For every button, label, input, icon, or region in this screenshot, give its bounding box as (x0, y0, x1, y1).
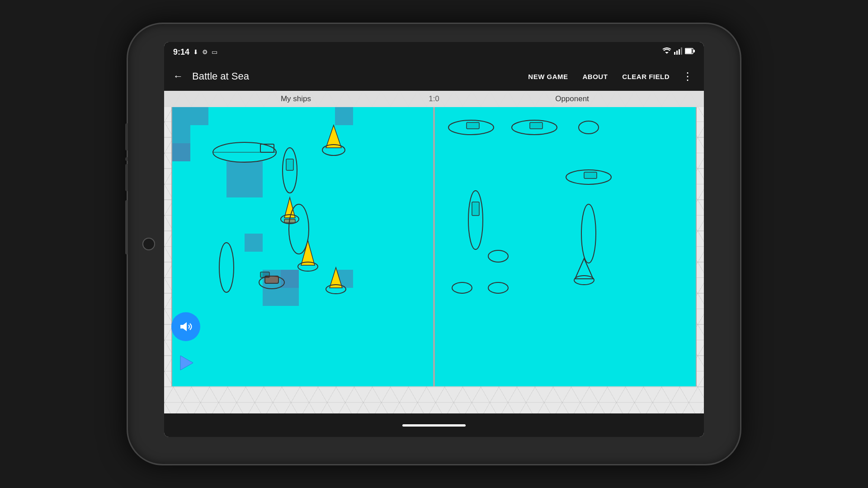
my-ships-board[interactable] (171, 107, 433, 386)
my-ships-svg (172, 107, 433, 386)
data-icon: ⬇ (193, 48, 198, 56)
svg-point-18 (289, 204, 309, 254)
svg-rect-31 (530, 122, 542, 129)
score-display: 1:0 (420, 94, 448, 103)
front-camera (142, 238, 155, 250)
svg-point-37 (581, 204, 596, 263)
navigation-bar (164, 413, 704, 437)
app-bar-actions: NEW GAME ABOUT CLEAR FIELD ⋮ (523, 68, 697, 84)
app-title: Battle at Sea (192, 70, 515, 82)
svg-rect-3 (679, 49, 680, 55)
opponent-board[interactable] (435, 107, 697, 386)
svg-rect-1 (674, 52, 675, 55)
game-area: My ships 1:0 Opponent (164, 91, 704, 413)
boards-wrapper: My ships 1:0 Opponent (164, 91, 704, 386)
status-time: 9:14 (173, 47, 189, 57)
phone-frame: 9:14 ⬇ ⚙ ▭ (127, 23, 741, 465)
svg-rect-34 (584, 172, 597, 178)
svg-rect-7 (693, 50, 695, 52)
svg-rect-36 (472, 202, 479, 216)
svg-rect-25 (260, 272, 269, 277)
more-button[interactable]: ⋮ (679, 68, 697, 84)
svg-point-38 (488, 250, 508, 262)
status-right (662, 47, 695, 56)
svg-rect-2 (676, 51, 678, 55)
new-game-button[interactable]: NEW GAME (523, 69, 573, 84)
svg-marker-43 (180, 322, 187, 331)
svg-point-41 (452, 282, 472, 293)
svg-point-40 (574, 276, 594, 285)
about-button[interactable]: ABOUT (577, 69, 613, 84)
signal-icon (674, 47, 682, 56)
svg-point-32 (579, 121, 599, 134)
boards-header: My ships 1:0 Opponent (164, 91, 704, 107)
phone-screen: 9:14 ⬇ ⚙ ▭ (164, 42, 704, 437)
settings-icon: ⚙ (202, 48, 208, 56)
volume-up-button[interactable] (125, 123, 128, 150)
nav-home-indicator[interactable] (402, 424, 466, 427)
my-ships-label: My ships (171, 94, 420, 103)
opponent-label: Opponent (448, 94, 697, 103)
svg-rect-6 (685, 49, 692, 53)
svg-point-35 (468, 191, 483, 249)
power-button[interactable] (125, 200, 128, 254)
sound-button[interactable] (171, 312, 200, 341)
svg-point-19 (219, 243, 234, 292)
svg-rect-4 (681, 47, 682, 55)
status-left: 9:14 ⬇ ⚙ ▭ (173, 47, 217, 57)
back-button[interactable]: ← (171, 69, 185, 84)
sound-icon (179, 320, 193, 333)
left-controls (171, 312, 200, 377)
battery-saver-icon: ▭ (212, 48, 217, 56)
opponent-ships-svg (435, 107, 696, 386)
svg-rect-29 (467, 122, 479, 129)
volume-down-button[interactable] (125, 164, 128, 191)
wifi-icon (662, 47, 671, 56)
battery-icon (685, 48, 695, 56)
svg-marker-44 (180, 356, 193, 370)
svg-point-42 (488, 282, 508, 293)
app-bar: ← Battle at Sea NEW GAME ABOUT CLEAR FIE… (164, 62, 704, 91)
play-button[interactable] (171, 348, 200, 377)
clear-field-button[interactable]: CLEAR FIELD (617, 69, 675, 84)
svg-rect-14 (286, 159, 293, 170)
play-icon (177, 354, 195, 372)
volume-mid-button (125, 157, 128, 161)
svg-marker-0 (665, 52, 669, 54)
status-bar: 9:14 ⬇ ⚙ ▭ (164, 42, 704, 62)
svg-marker-21 (301, 240, 315, 265)
boards-container[interactable] (171, 107, 697, 386)
